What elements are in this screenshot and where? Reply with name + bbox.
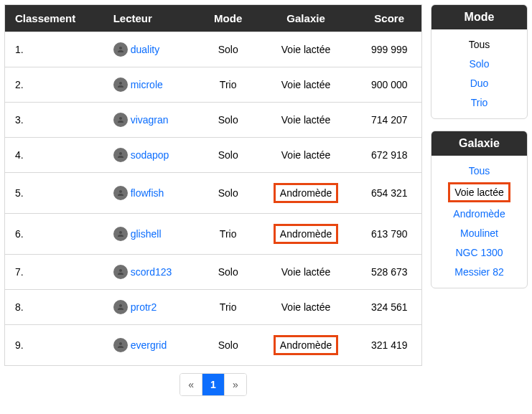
col-player: Lecteur bbox=[108, 5, 202, 32]
player-link[interactable]: sodapop bbox=[131, 149, 169, 161]
cell-rank: 4. bbox=[5, 138, 108, 173]
player-link[interactable]: scord123 bbox=[131, 266, 172, 278]
table-row: 7.scord123SoloVoie lactée528 673 bbox=[5, 255, 422, 290]
avatar-icon bbox=[113, 338, 128, 352]
cell-galaxy: Andromède bbox=[255, 325, 358, 366]
cell-rank: 3. bbox=[5, 103, 108, 138]
cell-rank: 9. bbox=[5, 325, 108, 366]
pagination: « 1 » bbox=[4, 373, 422, 396]
col-galaxy: Galaxie bbox=[255, 5, 358, 32]
cell-mode: Trio bbox=[202, 214, 255, 255]
cell-rank: 8. bbox=[5, 290, 108, 325]
pager-page-1[interactable]: 1 bbox=[202, 374, 225, 395]
cell-mode: Trio bbox=[202, 67, 255, 103]
cell-galaxy: Voie lactée bbox=[255, 103, 358, 138]
table-header-row: Classement Lecteur Mode Galaxie Score bbox=[5, 5, 422, 32]
cell-galaxy: Andromède bbox=[255, 173, 358, 214]
filter-sidebar: Mode TousSoloDuoTrio Galaxie TousVoie la… bbox=[431, 4, 528, 396]
filter-item-mode[interactable]: Tous bbox=[436, 35, 523, 54]
table-row: 9.evergridSoloAndromède321 419 bbox=[5, 325, 422, 366]
cell-player: scord123 bbox=[108, 255, 202, 290]
player-link[interactable]: flowfish bbox=[131, 187, 164, 199]
col-score: Score bbox=[357, 5, 421, 32]
avatar-icon bbox=[113, 227, 128, 241]
pager-prev[interactable]: « bbox=[180, 374, 202, 395]
player-link[interactable]: evergrid bbox=[131, 339, 167, 351]
filter-item-galaxy[interactable]: Voie lactée bbox=[448, 182, 510, 202]
cell-score: 900 000 bbox=[357, 67, 421, 103]
cell-player: glishell bbox=[108, 214, 202, 255]
cell-mode: Solo bbox=[202, 255, 255, 290]
cell-mode: Trio bbox=[202, 290, 255, 325]
filter-galaxy: Galaxie TousVoie lactéeAndromèdeMoulinet… bbox=[431, 131, 528, 288]
cell-rank: 1. bbox=[5, 32, 108, 67]
filter-item-mode[interactable]: Trio bbox=[436, 93, 523, 112]
cell-rank: 7. bbox=[5, 255, 108, 290]
avatar-icon bbox=[113, 77, 128, 92]
table-row: 8.protr2TrioVoie lactée324 561 bbox=[5, 290, 422, 325]
cell-score: 324 561 bbox=[357, 290, 421, 325]
pager-next[interactable]: » bbox=[225, 374, 246, 395]
avatar-icon bbox=[113, 148, 128, 162]
cell-mode: Solo bbox=[202, 325, 255, 366]
player-link[interactable]: protr2 bbox=[131, 301, 157, 313]
filter-galaxy-title: Galaxie bbox=[431, 131, 527, 156]
cell-player: duality bbox=[108, 32, 202, 67]
leaderboard-main: Classement Lecteur Mode Galaxie Score 1.… bbox=[4, 4, 422, 396]
table-row: 4.sodapopSoloVoie lactée672 918 bbox=[5, 138, 422, 173]
cell-score: 714 207 bbox=[357, 103, 421, 138]
filter-mode: Mode TousSoloDuoTrio bbox=[431, 4, 528, 119]
filter-item-galaxy[interactable]: NGC 1300 bbox=[436, 243, 523, 262]
cell-galaxy: Voie lactée bbox=[255, 255, 358, 290]
player-link[interactable]: vivagran bbox=[131, 114, 169, 126]
avatar-icon bbox=[113, 113, 128, 127]
filter-item-galaxy[interactable]: Messier 82 bbox=[436, 263, 523, 281]
cell-galaxy: Voie lactée bbox=[255, 67, 358, 103]
cell-player: flowfish bbox=[108, 173, 202, 214]
cell-score: 613 790 bbox=[357, 214, 421, 255]
filter-item-mode[interactable]: Duo bbox=[436, 74, 523, 93]
col-rank: Classement bbox=[5, 5, 108, 32]
player-link[interactable]: glishell bbox=[131, 228, 162, 240]
cell-mode: Solo bbox=[202, 103, 255, 138]
table-row: 2.microleTrioVoie lactée900 000 bbox=[5, 67, 422, 103]
cell-score: 321 419 bbox=[357, 325, 421, 366]
avatar-icon bbox=[113, 186, 128, 200]
avatar-icon bbox=[113, 300, 128, 314]
cell-mode: Solo bbox=[202, 32, 255, 67]
cell-player: sodapop bbox=[108, 138, 202, 173]
col-mode: Mode bbox=[202, 5, 255, 32]
filter-item-galaxy[interactable]: Moulinet bbox=[436, 224, 523, 243]
player-link[interactable]: microle bbox=[131, 79, 163, 90]
cell-score: 672 918 bbox=[357, 138, 421, 173]
avatar-icon bbox=[113, 265, 128, 279]
avatar-icon bbox=[113, 42, 128, 57]
player-link[interactable]: duality bbox=[131, 44, 159, 55]
filter-item-mode[interactable]: Solo bbox=[436, 55, 523, 73]
cell-player: vivagran bbox=[108, 103, 202, 138]
cell-galaxy: Voie lactée bbox=[255, 32, 358, 67]
table-row: 6.glishellTrioAndromède613 790 bbox=[5, 214, 422, 255]
cell-player: protr2 bbox=[108, 290, 202, 325]
filter-item-galaxy[interactable]: Tous bbox=[436, 161, 523, 180]
cell-score: 999 999 bbox=[357, 32, 421, 67]
filter-item-galaxy[interactable]: Andromède bbox=[436, 204, 523, 223]
cell-rank: 6. bbox=[5, 214, 108, 255]
table-row: 3.vivagranSoloVoie lactée714 207 bbox=[5, 103, 422, 138]
cell-rank: 5. bbox=[5, 173, 108, 214]
cell-galaxy: Voie lactée bbox=[255, 138, 358, 173]
cell-mode: Solo bbox=[202, 173, 255, 214]
cell-player: microle bbox=[108, 67, 202, 103]
cell-score: 654 321 bbox=[357, 173, 421, 214]
cell-player: evergrid bbox=[108, 325, 202, 366]
cell-mode: Solo bbox=[202, 138, 255, 173]
cell-score: 528 673 bbox=[357, 255, 421, 290]
table-row: 5.flowfishSoloAndromède654 321 bbox=[5, 173, 422, 214]
filter-mode-title: Mode bbox=[431, 5, 527, 29]
table-row: 1.dualitySoloVoie lactée999 999 bbox=[5, 32, 422, 67]
leaderboard-table: Classement Lecteur Mode Galaxie Score 1.… bbox=[4, 4, 422, 366]
cell-rank: 2. bbox=[5, 67, 108, 103]
cell-galaxy: Andromède bbox=[255, 214, 358, 255]
cell-galaxy: Voie lactée bbox=[255, 290, 358, 325]
